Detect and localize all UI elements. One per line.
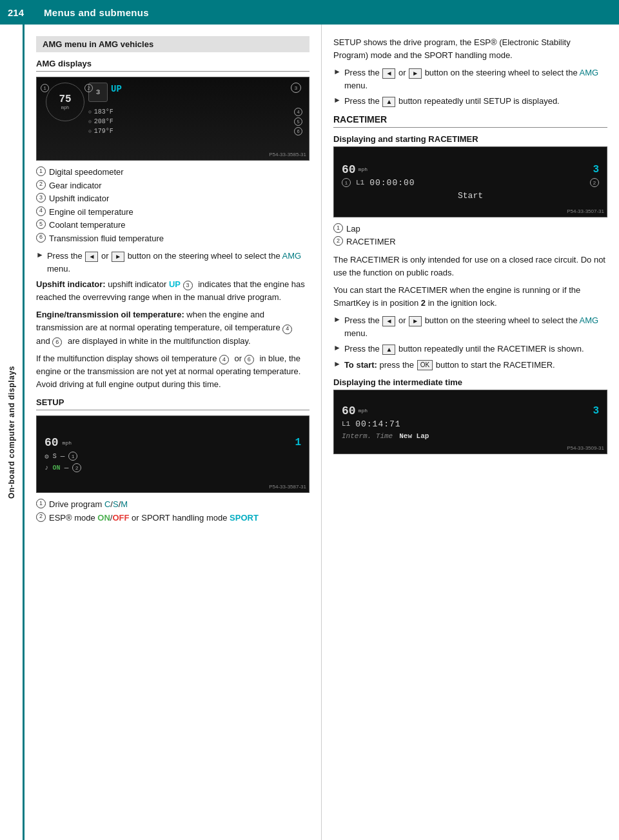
engine-oil-temp-label: Engine oil temperature xyxy=(49,206,133,219)
side-label: On-board computer and displays xyxy=(7,366,16,499)
page-number: 214 xyxy=(8,7,32,18)
list-item: 2RACETIMER xyxy=(333,235,607,248)
section-box-amg: AMG menu in AMG vehicles xyxy=(36,36,310,52)
arrow-bullet-amg-menu: ► Press the ◄ or ► button on the steerin… xyxy=(36,250,310,275)
racetimer-bullet-1: ► Press the ◄ or ► button on the steerin… xyxy=(333,314,607,339)
right-column: SETUP shows the drive program, the ESP® … xyxy=(322,25,619,840)
intermed-image-caption: P54-33-3509-31 xyxy=(567,445,604,451)
intermed-heading: Displaying the intermediate time xyxy=(333,377,607,387)
arrow-icon: ► xyxy=(333,95,341,105)
arrow-icon: ► xyxy=(36,250,44,259)
list-item: 4Engine oil temperature xyxy=(36,206,310,219)
list-item: 1Digital speedometer xyxy=(36,166,310,179)
racetimer-bullet-2: ► Press the ▲ button repeatedly until th… xyxy=(333,343,607,355)
divider xyxy=(36,71,310,72)
side-column: On-board computer and displays xyxy=(0,25,25,840)
list-item: 6Transmission fluid temperature xyxy=(36,232,310,245)
right-btn[interactable]: ► xyxy=(409,68,422,79)
list-item: 2ESP® mode ON/OFF or SPORT handling mode… xyxy=(36,512,310,525)
list-item: 5Coolant temperature xyxy=(36,219,310,232)
page-title: Menus and submenus xyxy=(44,7,149,18)
list-item: 3Upshift indicator xyxy=(36,192,310,205)
racetimer-image-caption: P54-33-3507-31 xyxy=(567,208,604,214)
amg-display-image: 75 mph 3 UP 3 xyxy=(36,77,310,161)
setup-display-image: 60 mph 1 ⚙ S — 1 ♪ ON — 2 xyxy=(36,415,310,493)
right-arrow-btn[interactable]: ► xyxy=(112,252,124,262)
racetimer-para1: The RACETIMER is only intended for use o… xyxy=(333,254,607,279)
left-column: AMG menu in AMG vehicles AMG displays 75… xyxy=(25,25,322,840)
image-caption-amg: P54-33-3585-31 xyxy=(269,152,306,157)
amg-label: AMG xyxy=(580,68,599,77)
amg-numbered-list: 1Digital speedometer 2Gear indicator 3Up… xyxy=(36,166,310,245)
setup-arrow-bullet-1: ► Press the ◄ or ► button on the steerin… xyxy=(333,66,607,92)
setup-arrow-bullet-2: ► Press the ▲ button repeatedly until SE… xyxy=(333,95,607,108)
arrow-icon: ► xyxy=(333,343,341,352)
arrow-icon: ► xyxy=(333,315,341,324)
racetimer-bullet-3: ► To start: press the OK button to start… xyxy=(333,359,607,372)
header-bar: 214 Menus and submenus xyxy=(0,0,619,25)
coolant-temp-label: Coolant temperature xyxy=(49,219,126,232)
left-arrow-btn[interactable]: ◄ xyxy=(85,252,98,262)
main-wrapper: On-board computer and displays AMG menu … xyxy=(0,25,619,840)
left-btn-rt[interactable]: ◄ xyxy=(382,316,395,326)
engine-temp-heading-para: Engine/transmission oil temperature: whe… xyxy=(36,308,310,347)
content-area: AMG menu in AMG vehicles AMG displays 75… xyxy=(25,25,619,840)
amg-displays-heading: AMG displays xyxy=(36,59,310,68)
setup-divider xyxy=(36,410,310,410)
amg-label: AMG xyxy=(580,315,599,325)
left-btn[interactable]: ◄ xyxy=(382,68,395,79)
intermed-display-image: 60 mph 3 L1 00:14:71 Interm. Time New La… xyxy=(333,390,607,454)
racetimer-sub-heading: Displaying and starting RACETIMER xyxy=(333,134,607,144)
setup-intro-text: SETUP shows the drive program, the ESP® … xyxy=(333,36,607,62)
racetimer-section: RACETIMER Displaying and starting RACETI… xyxy=(333,114,607,455)
setup-image-caption: P54-33-3587-31 xyxy=(269,484,306,490)
up-btn[interactable]: ▲ xyxy=(382,97,395,107)
list-item: 1Drive program C/S/M xyxy=(36,498,310,511)
setup-heading: SETUP xyxy=(36,397,310,407)
racetimer-numbered-list: 1Lap 2RACETIMER xyxy=(333,223,607,248)
list-item: 2Gear indicator xyxy=(36,179,310,192)
racetimer-heading: RACETIMER xyxy=(333,114,607,125)
racetimer-para2: You can start the RACETIMER when the eng… xyxy=(333,284,607,310)
setup-numbered-list: 1Drive program C/S/M 2ESP® mode ON/OFF o… xyxy=(36,498,310,524)
list-item: 1Lap xyxy=(333,223,607,235)
arrow-icon: ► xyxy=(333,67,341,76)
ok-btn[interactable]: OK xyxy=(417,360,433,370)
racetimer-divider xyxy=(333,127,607,128)
engine-temp-blue-para: If the multifunction display shows oil t… xyxy=(36,352,310,391)
upshift-para: Upshift indicator: upshift indicator UP … xyxy=(36,278,310,304)
right-btn-rt[interactable]: ► xyxy=(409,316,422,326)
up-btn-rt[interactable]: ▲ xyxy=(382,345,395,355)
amg-label: AMG xyxy=(282,251,302,261)
racetimer-display-image: 60 mph 3 1 L1 00:00:00 2 Start P54-33-35… xyxy=(333,146,607,217)
arrow-icon: ► xyxy=(333,359,341,368)
